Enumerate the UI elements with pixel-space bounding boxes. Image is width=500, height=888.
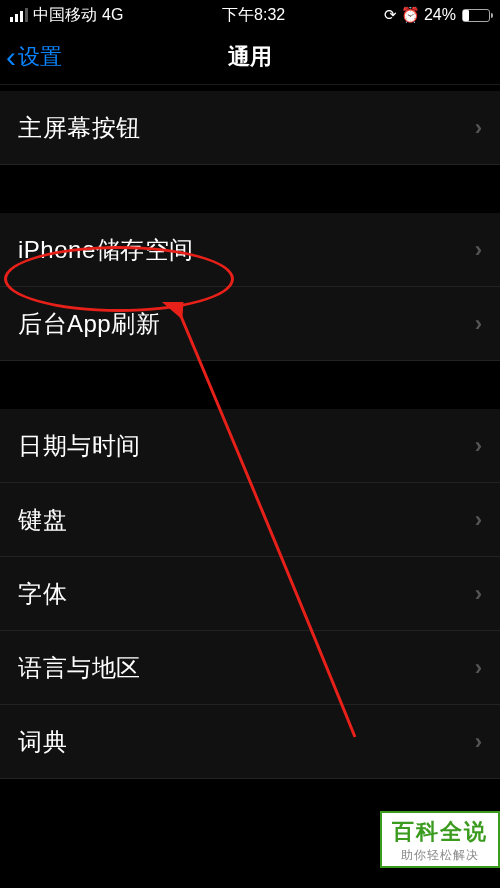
row-date-time[interactable]: 日期与时间 › [0, 409, 500, 483]
watermark-subtitle: 助你轻松解决 [392, 847, 488, 864]
row-home-button[interactable]: 主屏幕按钮 › [0, 91, 500, 165]
row-fonts[interactable]: 字体 › [0, 557, 500, 631]
row-label: iPhone储存空间 [18, 234, 194, 266]
row-label: 日期与时间 [18, 430, 141, 462]
row-label: 键盘 [18, 504, 67, 536]
chevron-right-icon: › [475, 237, 482, 263]
row-dictionary[interactable]: 词典 › [0, 705, 500, 779]
back-button[interactable]: ‹ 设置 [0, 42, 62, 72]
carrier-label: 中国移动 [33, 5, 97, 26]
chevron-right-icon: › [475, 729, 482, 755]
status-time: 下午8:32 [222, 5, 285, 26]
chevron-right-icon: › [475, 115, 482, 141]
back-label: 设置 [18, 42, 62, 72]
row-label: 后台App刷新 [18, 308, 160, 340]
row-language-region[interactable]: 语言与地区 › [0, 631, 500, 705]
row-label: 字体 [18, 578, 67, 610]
chevron-left-icon: ‹ [6, 42, 16, 72]
signal-strength-icon [10, 8, 28, 22]
row-background-refresh[interactable]: 后台App刷新 › [0, 287, 500, 361]
watermark: 百科全说 助你轻松解决 [380, 811, 500, 868]
network-label: 4G [102, 6, 123, 24]
row-iphone-storage[interactable]: iPhone储存空间 › [0, 213, 500, 287]
chevron-right-icon: › [475, 507, 482, 533]
row-label: 主屏幕按钮 [18, 112, 141, 144]
status-bar: 中国移动 4G 下午8:32 ⟳ ⏰ 24% [0, 0, 500, 30]
page-title: 通用 [228, 42, 272, 72]
row-keyboard[interactable]: 键盘 › [0, 483, 500, 557]
battery-icon [462, 9, 490, 22]
chevron-right-icon: › [475, 581, 482, 607]
watermark-title: 百科全说 [392, 817, 488, 847]
orientation-lock-icon: ⟳ [384, 6, 397, 24]
row-label: 语言与地区 [18, 652, 141, 684]
nav-bar: ‹ 设置 通用 [0, 30, 500, 85]
battery-percent: 24% [424, 6, 456, 24]
row-label: 词典 [18, 726, 67, 758]
chevron-right-icon: › [475, 655, 482, 681]
chevron-right-icon: › [475, 433, 482, 459]
alarm-icon: ⏰ [401, 6, 420, 24]
chevron-right-icon: › [475, 311, 482, 337]
